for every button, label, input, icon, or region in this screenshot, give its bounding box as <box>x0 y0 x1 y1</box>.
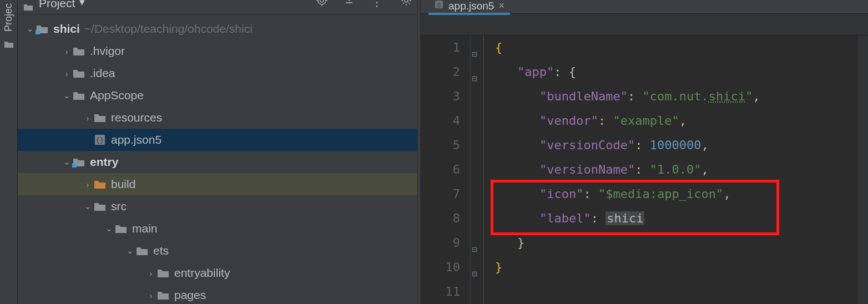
project-tree[interactable]: ⌄shici~/Desktop/teaching/ohcode/shici›.h… <box>18 14 417 304</box>
expand-arrow-icon[interactable]: ⌄ <box>61 157 72 167</box>
tree-item-label: main <box>132 222 158 235</box>
tree-item-label: src <box>111 200 127 213</box>
tree-item-pages[interactable]: ›pages <box>18 284 417 304</box>
target-icon[interactable] <box>316 5 327 9</box>
expand-arrow-icon[interactable]: › <box>145 268 157 278</box>
editor-panel: {} app.json5 × 1234567891011 ⊟⊟⊟⊟ {"app"… <box>421 0 868 304</box>
tree-item-label: .idea <box>90 67 115 80</box>
more-icon[interactable]: ⋮ <box>371 0 384 9</box>
panel-title: Project <box>39 0 75 10</box>
folder-icon <box>72 44 85 58</box>
folder-icon <box>93 111 107 124</box>
breadcrumb <box>421 13 868 36</box>
editor-scrollbar[interactable] <box>858 36 868 304</box>
tree-item-build[interactable]: ›build <box>18 173 417 195</box>
tree-item-label: app.json5 <box>111 133 162 146</box>
close-icon[interactable]: × <box>498 0 504 12</box>
tree-item-entryability[interactable]: ›entryability <box>18 262 417 284</box>
editor-tab-bar: {} app.json5 × <box>421 0 868 13</box>
expand-arrow-icon[interactable]: ⌄ <box>24 24 36 34</box>
tree-item-shici[interactable]: ⌄shici~/Desktop/teaching/ohcode/shici <box>18 18 417 40</box>
line-number-gutter: 1234567891011 <box>421 36 471 304</box>
expand-arrow-icon[interactable]: › <box>61 47 72 56</box>
download-icon[interactable] <box>344 5 354 9</box>
svg-point-1 <box>320 0 324 2</box>
fold-toggle-icon[interactable]: ⊟ <box>472 237 477 262</box>
project-panel: Project ▾ ⋮ ⌄shici~/Desktop/teaching/ohc… <box>18 0 417 304</box>
expand-arrow-icon[interactable]: ⌄ <box>103 224 114 234</box>
chevron-down-icon[interactable]: ▾ <box>79 0 85 8</box>
fold-toggle-icon[interactable]: ⊟ <box>472 42 477 67</box>
tool-window-tab-label: Projec <box>3 0 14 35</box>
active-tab-indicator <box>428 13 510 15</box>
fold-toggle-icon[interactable]: ⊟ <box>472 262 477 286</box>
expand-arrow-icon[interactable]: › <box>82 180 93 189</box>
expand-arrow-icon[interactable]: › <box>145 291 157 300</box>
tree-item-label: entryability <box>174 266 230 280</box>
tree-item-ets[interactable]: ⌄ets <box>18 240 417 262</box>
tree-item-main[interactable]: ⌄main <box>18 217 417 240</box>
svg-text:{}: {} <box>437 2 441 8</box>
folder-icon <box>114 222 128 235</box>
svg-point-6 <box>405 0 408 2</box>
tab-label: app.json5 <box>448 0 494 12</box>
tree-item--idea[interactable]: ›.idea <box>18 62 417 84</box>
folder-icon <box>23 3 33 11</box>
code-editor[interactable]: 1234567891011 ⊟⊟⊟⊟ {"app": {"bundleName"… <box>421 36 868 304</box>
tree-item-label: pages <box>174 288 206 302</box>
tree-item--hvigor[interactable]: ›.hvigor <box>18 40 417 62</box>
fold-toggle-icon[interactable]: ⊟ <box>472 67 477 91</box>
module-icon <box>72 155 85 169</box>
tree-item-label: build <box>111 178 135 191</box>
expand-arrow-icon[interactable]: ⌄ <box>124 246 135 256</box>
folder-icon <box>93 178 107 191</box>
folder-icon <box>157 288 170 302</box>
folder-icon <box>4 40 14 48</box>
tree-item-appscope[interactable]: ⌄AppScope <box>18 84 417 107</box>
tree-item-label: ets <box>153 244 169 257</box>
tab-app-json5[interactable]: {} app.json5 × <box>428 0 510 13</box>
folder-icon <box>135 244 149 257</box>
fold-gutter[interactable]: ⊟⊟⊟⊟ <box>471 36 484 304</box>
tool-window-tab-project[interactable]: Projec <box>0 0 18 304</box>
expand-arrow-icon[interactable]: ⌄ <box>61 90 72 100</box>
tree-item-label: shici <box>53 22 80 36</box>
tree-item-label: .hvigor <box>90 44 125 58</box>
svg-text:{}: {} <box>96 136 104 144</box>
tree-item-entry[interactable]: ⌄entry <box>18 151 417 173</box>
tree-item-app-json5[interactable]: {}app.json5 <box>18 129 417 151</box>
expand-arrow-icon[interactable]: › <box>82 113 93 123</box>
project-path: ~/Desktop/teaching/ohcode/shici <box>84 22 253 36</box>
tree-item-resources[interactable]: ›resources <box>18 107 417 129</box>
gear-icon[interactable] <box>401 5 412 9</box>
tree-item-label: entry <box>90 155 118 169</box>
project-toolbar: Project ▾ ⋮ <box>18 0 417 14</box>
folder-icon <box>157 266 170 280</box>
tree-item-src[interactable]: ⌄src <box>18 195 417 217</box>
tree-item-label: resources <box>111 111 162 124</box>
module-icon <box>36 22 49 36</box>
json-file-icon: {} <box>93 133 107 146</box>
tree-item-label: AppScope <box>90 89 144 102</box>
folder-icon <box>72 89 85 102</box>
expand-arrow-icon[interactable]: › <box>61 69 72 78</box>
folder-icon <box>72 67 85 80</box>
code-content[interactable]: {"app": {"bundleName": "com.nut.shici","… <box>484 36 868 304</box>
expand-arrow-icon[interactable]: ⌄ <box>82 201 93 211</box>
json-file-icon: {} <box>434 0 444 12</box>
folder-icon <box>93 200 107 213</box>
